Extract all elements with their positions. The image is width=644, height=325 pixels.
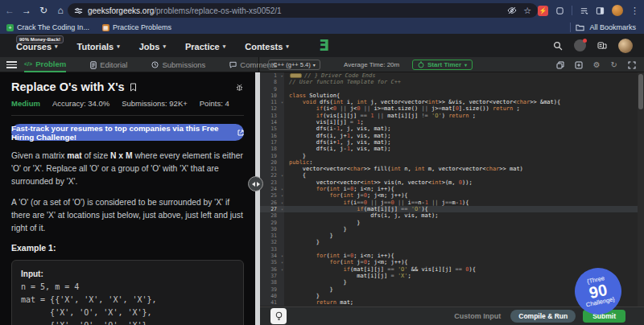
- fold-open-icon[interactable]: ▾: [281, 266, 283, 273]
- compile-run-button[interactable]: Compile & Run: [510, 310, 576, 323]
- fold-badge[interactable]: [290, 73, 302, 78]
- code-line-15[interactable]: 15 dfs(i-1, j, vis, mat);: [260, 125, 638, 132]
- code-text: dfs(i-1, j, vis, mat);: [284, 125, 638, 132]
- browser-menu-icon[interactable]: ⋮: [630, 6, 639, 16]
- notification-dot: [583, 39, 587, 43]
- chevron-down-icon: ▾: [464, 62, 467, 68]
- tab-problem[interactable]: </> Problem: [24, 57, 66, 72]
- code-line-19[interactable]: 19 }: [260, 153, 638, 159]
- campus-icon[interactable]: [597, 41, 607, 50]
- code-editor[interactable]: 1▸// } Driver Code Ends8// User function…: [260, 72, 638, 306]
- nav-item-jobs[interactable]: Jobs▾: [139, 42, 166, 51]
- code-line-10[interactable]: 10class Solution{: [260, 93, 638, 99]
- code-line-8[interactable]: 8// User function Template for C++: [260, 79, 638, 85]
- gfg-logo[interactable]: Ǝ: [319, 36, 329, 54]
- split-screen-icon[interactable]: [596, 6, 605, 15]
- code-line-14[interactable]: 14 vis[i][j] = 1;: [260, 119, 638, 125]
- code-line-20[interactable]: 20public:: [260, 159, 638, 166]
- nav-item-contests[interactable]: Contests▾: [245, 42, 289, 51]
- forward-icon[interactable]: →: [19, 5, 34, 16]
- divider: [572, 6, 572, 15]
- reload-icon[interactable]: ↻: [36, 5, 51, 16]
- code-line-27[interactable]: 27▾ if(mat[i][j] == 'O'){: [260, 206, 638, 212]
- pane-resizer-handle[interactable]: [248, 176, 263, 191]
- report-bug-icon[interactable]: [235, 83, 244, 92]
- fold-open-icon[interactable]: ▾: [281, 259, 283, 265]
- user-avatar[interactable]: [618, 39, 633, 53]
- extensions-icon[interactable]: [555, 6, 564, 15]
- site-settings-icon[interactable]: [74, 6, 83, 15]
- home-icon[interactable]: ⌂: [53, 5, 68, 16]
- code-line-23[interactable]: 23 vector<vector<int>> vis(n, vector<int…: [260, 179, 638, 186]
- code-line-21[interactable]: 21 vector<vector<char>> fill(int n, int …: [260, 166, 638, 172]
- editor-scrollbar[interactable]: [638, 72, 644, 306]
- fold-open-icon[interactable]: ▾: [281, 206, 283, 212]
- tab-submissions[interactable]: Submissions: [151, 57, 205, 72]
- fullscreen-icon[interactable]: [628, 61, 636, 69]
- code-line-29[interactable]: 29 }: [260, 220, 638, 226]
- code-line-28[interactable]: 28 dfs(i, j, vis, mat);: [260, 212, 638, 219]
- code-text: for(int i=0; i<n; i++){: [284, 253, 638, 259]
- code-line-31[interactable]: 31 }: [260, 232, 638, 239]
- copy-icon[interactable]: [556, 61, 564, 69]
- back-icon[interactable]: ←: [2, 5, 17, 16]
- code-line-24[interactable]: 24▾ for(int i=0; i<n; i++){: [260, 186, 638, 192]
- code-line-17[interactable]: 17 dfs(i+1, j, vis, mat);: [260, 139, 638, 146]
- fold-open-icon[interactable]: ▾: [281, 253, 283, 259]
- line-number: 29: [260, 220, 284, 226]
- code-line-12[interactable]: 12 if(i<0 || j<0 || i>=mat.size() || j>=…: [260, 105, 638, 112]
- code-line-36[interactable]: 36▾ if(mat[i][j] == 'O' && vis[i][j] == …: [260, 266, 638, 273]
- code-line-25[interactable]: 25▾ for(int j=0; j<m; j++){: [260, 192, 638, 199]
- hiring-challenge-banner[interactable]: Fast-track your resumes to top companies…: [11, 124, 244, 141]
- insert-box-icon[interactable]: [575, 61, 583, 69]
- code-line-35[interactable]: 35▾ for(int j=0; j<m; j++){: [260, 259, 638, 265]
- search-icon[interactable]: [553, 41, 563, 51]
- code-line-1[interactable]: 1▸// } Driver Code Ends: [260, 72, 638, 79]
- nav-item-courses[interactable]: Courses▾: [16, 42, 58, 51]
- code-line-32[interactable]: 32 }: [260, 239, 638, 245]
- code-line-9[interactable]: 9: [260, 86, 638, 93]
- settings-gear-icon[interactable]: ⚙: [593, 61, 601, 69]
- start-timer-button[interactable]: Start Timer ▾: [412, 60, 473, 70]
- code-line-26[interactable]: 26▾ if(i==0 || j==0 || i==n-1 || j==m-1)…: [260, 200, 638, 206]
- fold-open-icon[interactable]: ▾: [281, 99, 283, 105]
- menu-icon[interactable]: [6, 61, 17, 68]
- code-line-11[interactable]: 11▾ void dfs(int i, int j, vector<vector…: [260, 99, 638, 105]
- streak-icon[interactable]: [574, 39, 586, 51]
- code-line-30[interactable]: 30 }: [260, 226, 638, 232]
- line-number: 20: [260, 159, 284, 166]
- adblock-extension-icon[interactable]: ⚡: [538, 6, 548, 16]
- tab-label: Submissions: [162, 60, 205, 69]
- tab-editorial[interactable]: Editorial: [90, 57, 127, 72]
- hint-bulb-button[interactable]: [270, 308, 287, 324]
- language-selector[interactable]: C++ (g++ 5.4) ▾: [268, 60, 320, 70]
- code-line-34[interactable]: 34▾ for(int i=0; i<n; i++){: [260, 253, 638, 259]
- code-line-33[interactable]: 33: [260, 246, 638, 253]
- bookmark-item-crack-the-coding[interactable]: + Crack The Coding In...: [6, 23, 89, 31]
- editor-scrollbar-thumb[interactable]: [638, 74, 643, 109]
- page: ← → ↻ ⌂ geeksforgeeks.org/problems/repla…: [0, 0, 644, 325]
- code-line-13[interactable]: 13 if(vis[i][j] == 1 || mat[i][j] != 'O'…: [260, 113, 638, 119]
- code-line-16[interactable]: 16 dfs(i, j+1, vis, mat);: [260, 133, 638, 139]
- fold-open-icon[interactable]: ▾: [281, 192, 283, 199]
- nav-item-practice[interactable]: Practice▾: [185, 42, 225, 51]
- all-bookmarks-button[interactable]: All Bookmarks: [589, 23, 636, 31]
- address-bar[interactable]: geeksforgeeks.org/problems/replace-os-wi…: [68, 3, 538, 18]
- bookmark-label: Practice Problems: [113, 23, 171, 31]
- fold-collapsed-icon[interactable]: ▸: [281, 72, 283, 79]
- fold-open-icon[interactable]: ▾: [281, 172, 283, 179]
- browser-profile-avatar[interactable]: [612, 5, 623, 16]
- bookmark-item-practice-problems[interactable]: ▦ Practice Problems: [102, 23, 171, 31]
- fold-open-icon[interactable]: ▾: [281, 186, 283, 192]
- code-line-22[interactable]: 22▾ {: [260, 172, 638, 179]
- reset-code-icon[interactable]: ↻: [611, 61, 617, 69]
- reading-list-icon[interactable]: [580, 6, 588, 15]
- bookmark-icon[interactable]: [130, 83, 137, 92]
- bookmark-favicon: +: [6, 24, 14, 31]
- custom-input-button[interactable]: Custom Input: [454, 312, 501, 320]
- bookmark-star-icon[interactable]: ☆: [523, 6, 531, 16]
- code-line-18[interactable]: 18 dfs(i, j-1, vis, mat);: [260, 146, 638, 152]
- eye-off-icon[interactable]: [507, 6, 517, 15]
- nav-item-tutorials[interactable]: Tutorials▾: [77, 42, 120, 51]
- fold-open-icon[interactable]: ▾: [281, 200, 283, 206]
